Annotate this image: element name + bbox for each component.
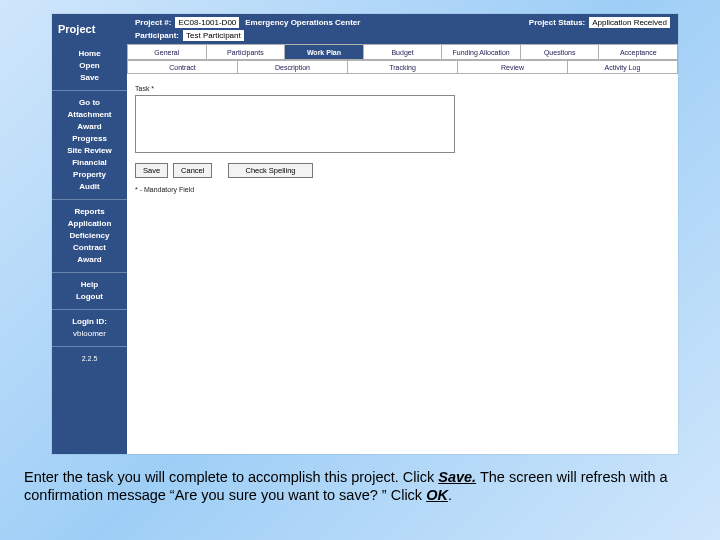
tabs-primary: General Participants Work Plan Budget Fu…	[127, 44, 678, 60]
subtab-contract[interactable]: Contract	[127, 60, 238, 74]
sidebar-item-open[interactable]: Open	[54, 60, 125, 72]
app-window: Project Project #: EC08-1001-D00 Emergen…	[52, 14, 678, 454]
project-status-label: Project Status:	[529, 18, 585, 27]
subtab-activity-log[interactable]: Activity Log	[568, 60, 678, 74]
sidebar-item-reports[interactable]: Reports	[54, 206, 125, 218]
sidebar-item-logout[interactable]: Logout	[54, 291, 125, 303]
task-textarea[interactable]	[135, 95, 455, 153]
tab-budget[interactable]: Budget	[364, 44, 443, 60]
tab-funding-allocation[interactable]: Funding Allocation	[442, 44, 521, 60]
project-num-value: EC08-1001-D00	[175, 17, 239, 28]
sidebar-group-help: Help Logout	[52, 275, 127, 307]
sidebar-item-goto[interactable]: Go to	[54, 97, 125, 109]
main-panel: General Participants Work Plan Budget Fu…	[127, 44, 678, 454]
sidebar-item-audit[interactable]: Audit	[54, 181, 125, 193]
login-id-label: Login ID:	[54, 316, 125, 328]
tab-participants[interactable]: Participants	[207, 44, 286, 60]
header-info: Project #: EC08-1001-D00 Emergency Opera…	[127, 14, 678, 44]
tabs-secondary: Contract Description Tracking Review Act…	[127, 60, 678, 74]
subtab-description[interactable]: Description	[238, 60, 348, 74]
save-button[interactable]: Save	[135, 163, 168, 178]
header-bar: Project Project #: EC08-1001-D00 Emergen…	[52, 14, 678, 44]
sidebar-group-reports: Reports Application Deficiency Contract …	[52, 202, 127, 270]
project-status-value: Application Received	[589, 17, 670, 28]
sidebar-group-goto: Go to Attachment Award Progress Site Rev…	[52, 93, 127, 197]
task-label: Task *	[135, 85, 154, 92]
version-label: 2.2.5	[52, 355, 127, 366]
sidebar-item-application[interactable]: Application	[54, 218, 125, 230]
brand-cell: Project	[52, 14, 127, 44]
sidebar-item-save[interactable]: Save	[54, 72, 125, 84]
sidebar-item-progress[interactable]: Progress	[54, 133, 125, 145]
form-content: Task * Save Cancel Check Spelling * - Ma…	[127, 74, 678, 203]
sidebar-item-deficiency[interactable]: Deficiency	[54, 230, 125, 242]
mandatory-note: * - Mandatory Field	[135, 186, 670, 193]
instr-ok: OK	[426, 487, 448, 503]
sidebar-item-site-review[interactable]: Site Review	[54, 145, 125, 157]
sidebar-item-award[interactable]: Award	[54, 121, 125, 133]
tab-work-plan[interactable]: Work Plan	[285, 44, 364, 60]
instr-post: .	[448, 487, 452, 503]
instruction-text: Enter the task you will complete to acco…	[24, 468, 696, 504]
sidebar-item-award2[interactable]: Award	[54, 254, 125, 266]
sidebar-group-main: Home Open Save	[52, 44, 127, 88]
cancel-button[interactable]: Cancel	[173, 163, 212, 178]
brand-label: Project	[58, 23, 95, 35]
sidebar-item-help[interactable]: Help	[54, 279, 125, 291]
instr-pre: Enter the task you will complete to acco…	[24, 469, 438, 485]
sidebar-item-attachment[interactable]: Attachment	[54, 109, 125, 121]
subtab-tracking[interactable]: Tracking	[348, 60, 458, 74]
sidebar-item-financial[interactable]: Financial	[54, 157, 125, 169]
project-name: Emergency Operations Center	[245, 18, 360, 27]
tab-acceptance[interactable]: Acceptance	[599, 44, 678, 60]
participant-label: Participant:	[135, 31, 179, 40]
sidebar-item-home[interactable]: Home	[54, 48, 125, 60]
login-id-value: vbloomer	[54, 328, 125, 340]
check-spelling-button[interactable]: Check Spelling	[228, 163, 312, 178]
sidebar-item-contract[interactable]: Contract	[54, 242, 125, 254]
project-num-label: Project #:	[135, 18, 171, 27]
participant-value: Test Participant	[183, 30, 244, 41]
sidebar-item-property[interactable]: Property	[54, 169, 125, 181]
instr-save: Save.	[438, 469, 476, 485]
subtab-review[interactable]: Review	[458, 60, 568, 74]
tab-questions[interactable]: Questions	[521, 44, 600, 60]
tab-general[interactable]: General	[127, 44, 207, 60]
sidebar: Home Open Save Go to Attachment Award Pr…	[52, 44, 127, 454]
sidebar-login-block: Login ID: vbloomer	[52, 312, 127, 344]
